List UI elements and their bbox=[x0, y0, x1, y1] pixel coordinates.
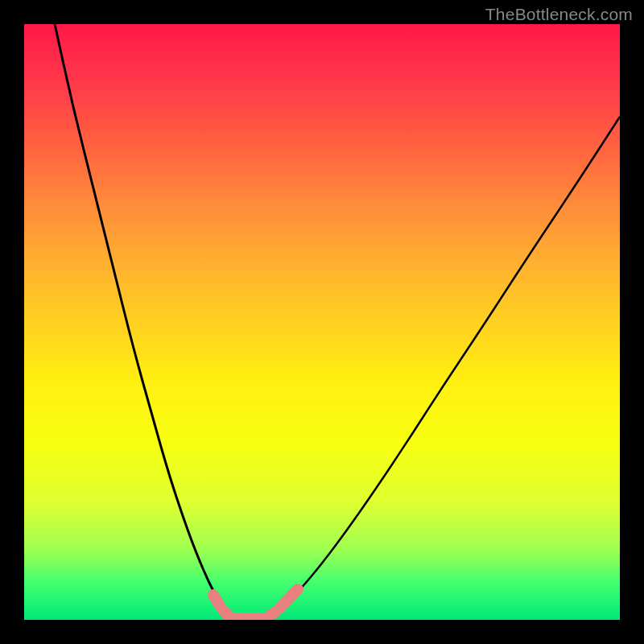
left-highlight-upper bbox=[213, 595, 221, 607]
right-highlight-upper bbox=[279, 589, 298, 609]
left-curve bbox=[55, 24, 243, 620]
plot-area bbox=[24, 24, 620, 620]
chart-container: TheBottleneck.com bbox=[0, 0, 644, 644]
curve-svg bbox=[24, 24, 620, 620]
highlight-group bbox=[213, 589, 298, 618]
right-curve bbox=[264, 117, 620, 620]
watermark: TheBottleneck.com bbox=[485, 5, 633, 24]
right-highlight-lower bbox=[267, 612, 275, 617]
